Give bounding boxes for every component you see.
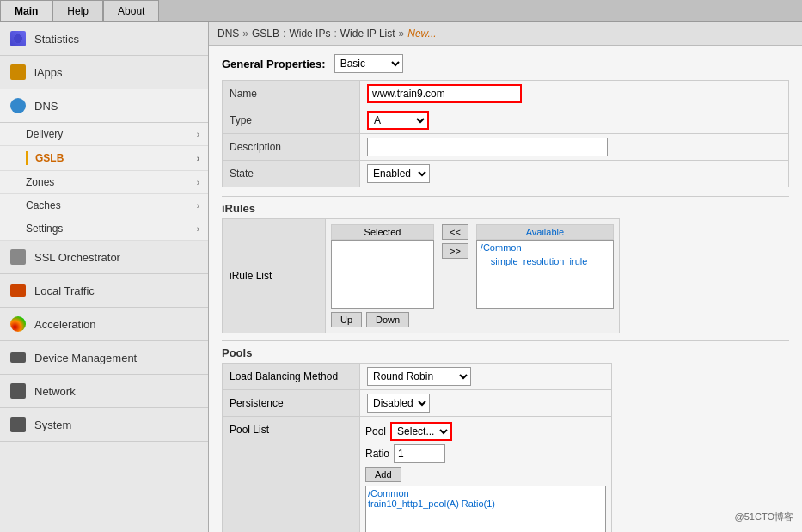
network-icon xyxy=(9,382,28,401)
available-header: Available xyxy=(476,224,614,240)
submenu-item-settings[interactable]: Settings › xyxy=(0,217,208,241)
down-btn[interactable]: Down xyxy=(366,312,409,327)
sidebar-item-acceleration[interactable]: Acceleration xyxy=(0,308,208,341)
ratio-input[interactable] xyxy=(394,444,445,463)
type-label: Type xyxy=(223,107,360,134)
available-list[interactable]: /Common simple_resolution_irule xyxy=(476,240,614,309)
iapps-icon xyxy=(9,63,28,82)
ratio-label: Ratio xyxy=(365,448,389,460)
irule-item-simple-resolution: simple_resolution_irule xyxy=(477,254,613,268)
lb-method-label: Load Balancing Method xyxy=(223,364,360,390)
pools-table: Load Balancing Method Round Robin Global… xyxy=(222,363,612,532)
move-left-btn[interactable]: << xyxy=(442,224,468,240)
description-row: Description xyxy=(223,134,789,161)
sidebar-item-system[interactable]: System xyxy=(0,408,208,442)
sidebar-item-dns[interactable]: DNS xyxy=(0,89,208,123)
acceleration-icon xyxy=(9,315,28,333)
about-tab[interactable]: About xyxy=(103,0,159,21)
submenu-item-caches[interactable]: Caches › xyxy=(0,194,208,217)
name-input[interactable] xyxy=(367,84,522,103)
type-row: Type A AAAA CNAME MX NAPTR SRV xyxy=(223,107,789,134)
sidebar-item-ssl[interactable]: SSL Orchestrator xyxy=(0,241,208,274)
description-label: Description xyxy=(223,134,360,161)
watermark: @51CTO博客 xyxy=(735,511,793,523)
statistics-icon xyxy=(9,29,28,48)
pool-select[interactable]: Select... xyxy=(390,422,452,441)
ssl-icon xyxy=(9,248,28,266)
dns-icon xyxy=(9,96,28,115)
lb-method-select[interactable]: Round Robin Global Availability Ratio To… xyxy=(367,367,471,386)
irules-section-header: iRules xyxy=(222,196,789,218)
persistence-label: Persistence xyxy=(223,390,360,417)
sidebar-item-iapps[interactable]: iApps xyxy=(0,56,208,89)
pool-input-label: Pool xyxy=(365,425,386,437)
state-row: State Enabled Disabled xyxy=(223,161,789,187)
irules-table: iRule List Selected << >> xyxy=(222,218,620,333)
move-right-btn[interactable]: >> xyxy=(442,243,468,259)
general-form-table: Name Type A AAAA CNAME MX NAPTR xyxy=(222,80,789,187)
general-props-header: General Properties: Basic Advanced xyxy=(222,54,789,73)
state-select[interactable]: Enabled Disabled xyxy=(367,164,430,183)
persistence-row: Persistence Disabled Enabled xyxy=(223,390,612,417)
sidebar-item-local-traffic[interactable]: Local Traffic xyxy=(0,274,208,308)
persistence-select[interactable]: Disabled Enabled xyxy=(367,394,430,413)
submenu-item-gslb[interactable]: GSLB › xyxy=(0,146,208,171)
irule-list-label: iRule List xyxy=(223,219,326,333)
state-label: State xyxy=(223,161,360,187)
dns-submenu: Delivery › GSLB › Zones › Caches › Setti… xyxy=(0,123,208,241)
pool-list-item-train10: train10_http1_pool(A) Ratio(1) xyxy=(368,498,603,509)
up-btn[interactable]: Up xyxy=(331,312,362,327)
submenu-item-zones[interactable]: Zones › xyxy=(0,171,208,194)
content-area: DNS » GSLB : Wide IPs : Wide IP List » N… xyxy=(209,22,802,532)
name-row: Name xyxy=(223,81,789,107)
description-input[interactable] xyxy=(367,138,608,156)
pool-list-row: Pool List Pool Select... Ratio Add xyxy=(223,417,612,533)
system-icon xyxy=(9,415,28,434)
help-tab[interactable]: Help xyxy=(52,0,103,21)
local-traffic-icon xyxy=(9,281,28,300)
sidebar-item-statistics[interactable]: Statistics xyxy=(0,22,208,56)
general-props-select[interactable]: Basic Advanced xyxy=(334,54,403,73)
sidebar-item-device-management[interactable]: Device Management xyxy=(0,341,208,375)
selected-header: Selected xyxy=(331,224,434,240)
add-button[interactable]: Add xyxy=(365,467,401,482)
pool-list-item-common: /Common xyxy=(368,488,603,498)
sidebar: Statistics iApps DNS Delivery › GSLB › Z… xyxy=(0,22,209,532)
name-label: Name xyxy=(223,81,360,107)
pool-list-label: Pool List xyxy=(223,417,360,533)
pool-list-box[interactable]: /Common train10_http1_pool(A) Ratio(1) xyxy=(365,486,606,532)
lb-method-row: Load Balancing Method Round Robin Global… xyxy=(223,364,612,390)
form-content: General Properties: Basic Advanced Name … xyxy=(209,46,802,532)
submenu-item-delivery[interactable]: Delivery › xyxy=(0,123,208,146)
breadcrumb: DNS » GSLB : Wide IPs : Wide IP List » N… xyxy=(209,22,802,46)
general-props-label: General Properties: xyxy=(222,58,326,70)
sidebar-item-network[interactable]: Network xyxy=(0,375,208,408)
device-management-icon xyxy=(9,348,28,367)
selected-list[interactable] xyxy=(331,240,434,309)
pools-section-header: Pools xyxy=(222,340,789,363)
main-tab[interactable]: Main xyxy=(0,0,52,21)
irule-item-common: /Common xyxy=(477,241,613,254)
type-select[interactable]: A AAAA CNAME MX NAPTR SRV xyxy=(367,111,429,130)
